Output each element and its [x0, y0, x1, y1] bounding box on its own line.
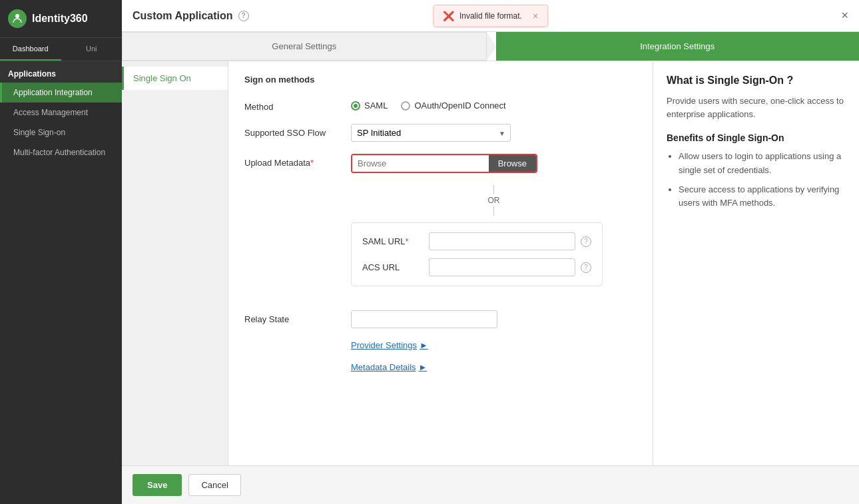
sidebar-item-application-integration[interactable]: Application Integration — [0, 83, 122, 103]
error-icon: ❌ — [443, 11, 454, 21]
sso-flow-control: SP InitiatedIDP Initiated ▼ — [351, 124, 637, 142]
saml-url-label: SAML URL* — [362, 236, 429, 246]
or-line-bottom — [493, 206, 494, 216]
upload-metadata-control: Browse — [351, 154, 637, 173]
radio-saml-label: SAML — [364, 101, 388, 111]
radio-saml[interactable]: SAML — [351, 101, 388, 111]
method-radio-group: SAML OAuth/OpenID Connect — [351, 98, 637, 111]
info-description: Provide users with secure, one-click acc… — [667, 95, 846, 121]
form-section-title: Sign on methods — [244, 75, 637, 85]
sso-flow-select[interactable]: SP InitiatedIDP Initiated — [351, 124, 511, 142]
tab-dashboard[interactable]: Dashboard — [0, 38, 61, 61]
svg-point-0 — [15, 14, 19, 18]
sso-flow-select-wrapper: SP InitiatedIDP Initiated ▼ — [351, 124, 511, 142]
or-divider: OR — [351, 185, 637, 216]
sidebar-tabs: Dashboard Uni — [0, 38, 122, 61]
radio-oauth-label: OAuth/OpenID Connect — [414, 101, 505, 111]
upload-required-marker: * — [310, 158, 314, 168]
logo-text: Identity360 — [32, 13, 88, 25]
tab-uni[interactable]: Uni — [61, 38, 123, 61]
step-integration[interactable]: Integration Settings — [496, 32, 860, 61]
relay-state-row: Relay State — [244, 310, 637, 328]
provider-settings-link[interactable]: Provider Settings ► — [351, 340, 637, 350]
step-integration-label: Integration Settings — [640, 41, 715, 51]
dialog-close-button[interactable]: × — [841, 9, 848, 23]
info-panel: What is Single Sign-On ? Provide users w… — [653, 61, 859, 465]
sidebar-item-multi-factor[interactable]: Multi-factor Authentication — [0, 142, 122, 162]
acs-url-row: ACS URL ? — [362, 258, 591, 276]
footer: Save Cancel — [122, 465, 859, 504]
relay-state-input[interactable] — [351, 310, 497, 328]
left-nav-sso[interactable]: Single Sign On — [122, 67, 228, 90]
relay-state-control — [351, 310, 637, 328]
sidebar: Identity360 Dashboard Uni Applications A… — [0, 0, 122, 504]
step-general-label: General Settings — [272, 41, 336, 51]
acs-url-label: ACS URL — [362, 262, 429, 272]
browse-button[interactable]: Browse — [489, 155, 536, 172]
left-panel: Single Sign On — [122, 61, 228, 465]
step-general[interactable]: General Settings — [122, 32, 487, 61]
cancel-button[interactable]: Cancel — [188, 474, 240, 496]
wizard-steps: General Settings Integration Settings — [122, 32, 859, 61]
url-section: SAML URL* ? ACS URL ? — [351, 222, 603, 286]
main-content: Custom Application ? ❌ Invalid file form… — [122, 0, 859, 504]
or-line-top — [493, 185, 494, 194]
saml-url-info-icon[interactable]: ? — [581, 236, 591, 247]
sso-flow-row: Supported SSO Flow SP InitiatedIDP Initi… — [244, 124, 637, 142]
relay-state-label: Relay State — [244, 310, 351, 324]
upload-box: Browse — [351, 154, 537, 173]
acs-url-info-icon[interactable]: ? — [581, 262, 591, 273]
upload-metadata-label: Upload Metadata* — [244, 154, 351, 168]
provider-settings-arrow: ► — [420, 340, 428, 350]
dialog-header: Custom Application ? ❌ Invalid file form… — [122, 0, 859, 32]
radio-saml-circle — [351, 101, 360, 111]
error-toast: ❌ Invalid file format. × — [433, 5, 548, 27]
dialog-title: Custom Application ? — [133, 10, 249, 22]
method-label: Method — [244, 98, 351, 112]
info-benefit-1: Allow users to login to applications usi… — [679, 150, 846, 178]
sso-flow-label: Supported SSO Flow — [244, 124, 351, 138]
sidebar-item-access-management[interactable]: Access Management — [0, 103, 122, 123]
radio-oauth-circle — [401, 101, 410, 111]
logo-area: Identity360 — [0, 0, 122, 38]
help-icon[interactable]: ? — [238, 11, 249, 21]
radio-oauth[interactable]: OAuth/OpenID Connect — [401, 101, 505, 111]
toast-close-button[interactable]: × — [533, 11, 538, 21]
content-area: Single Sign On Sign on methods Method SA… — [122, 61, 859, 465]
info-benefit-2: Secure access to applications by verifyi… — [679, 183, 846, 211]
sidebar-item-single-sign-on[interactable]: Single Sign-on — [0, 123, 122, 142]
url-fields-row: SAML URL* ? ACS URL ? — [244, 222, 637, 298]
upload-metadata-row: Upload Metadata* Browse — [244, 154, 637, 173]
dialog-title-text: Custom Application — [133, 10, 233, 22]
or-label: OR — [488, 196, 500, 205]
form-area: Sign on methods Method SAML OAuth/OpenID… — [228, 61, 653, 465]
info-heading: What is Single Sign-On ? — [667, 75, 846, 87]
saml-url-input[interactable] — [429, 232, 575, 250]
sidebar-section-applications: Applications — [0, 61, 122, 83]
expand-links: Provider Settings ► Metadata Details ► — [351, 340, 637, 379]
method-row: Method SAML OAuth/OpenID Connect — [244, 98, 637, 112]
save-button[interactable]: Save — [133, 474, 182, 496]
browse-input[interactable] — [352, 155, 489, 172]
saml-required: * — [406, 236, 409, 246]
acs-url-input[interactable] — [429, 258, 575, 276]
saml-url-row: SAML URL* ? — [362, 232, 591, 250]
info-benefits-list: Allow users to login to applications usi… — [667, 150, 846, 210]
toast-message: Invalid file format. — [459, 11, 522, 21]
step-arrow-1 — [487, 32, 496, 61]
metadata-details-link[interactable]: Metadata Details ► — [351, 362, 637, 372]
info-benefits-heading: Benefits of Single Sign-On — [667, 132, 846, 143]
metadata-details-arrow: ► — [419, 362, 428, 372]
logo-icon — [8, 9, 27, 28]
